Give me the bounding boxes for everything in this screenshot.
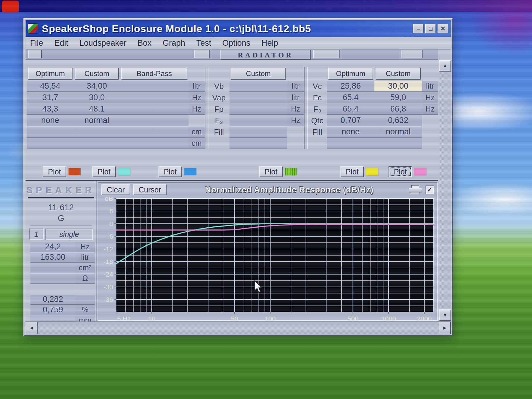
maximize-button[interactable]: □ <box>425 24 436 33</box>
clear-button[interactable]: Clear <box>101 184 130 195</box>
radiator-label: RADIATOR <box>238 51 293 59</box>
right-optimum-fc: 65,4 <box>327 92 374 103</box>
left-empty-cell <box>74 126 120 138</box>
speaker-mode[interactable]: single <box>45 229 93 240</box>
left-custom-fb[interactable]: 30,0 <box>74 92 120 103</box>
label-vap: Vap <box>208 92 229 103</box>
menu-options[interactable]: Options <box>218 38 255 48</box>
speaker-variant: G <box>30 213 92 224</box>
speaker-data-grid: 24,2 Hz 163,00 litr cm² Ω 0,282 0,759 % … <box>30 242 94 334</box>
speaker-fs-value: 24,2 <box>30 242 75 252</box>
speaker-model-box: 11-612 G <box>30 201 92 226</box>
left-optimum-vb: 45,54 <box>27 81 74 92</box>
plot-color-right-optimum <box>366 168 378 175</box>
divider <box>28 197 94 198</box>
mid-unit: litr <box>287 92 304 103</box>
left-custom-fill[interactable]: normal <box>74 115 120 126</box>
plot-button-left-optimum[interactable]: Plot <box>43 166 66 177</box>
right-custom-f3[interactable]: 66,8 <box>374 103 422 115</box>
optimum-button-right[interactable]: Optimum <box>328 68 373 80</box>
right-unit: Hz <box>422 92 438 103</box>
left-custom-vb[interactable]: 34,00 <box>74 81 120 92</box>
plot-button-left-custom[interactable]: Plot <box>92 166 116 177</box>
svg-text:-36: -36 <box>103 296 113 303</box>
right-optimum-fill: none <box>327 126 374 138</box>
mid-custom-fp[interactable] <box>229 103 287 115</box>
right-unit: Hz <box>422 103 438 115</box>
box-parameter-table: Optimum Custom Band-Pass 45,54 34,00 lit… <box>27 67 438 149</box>
right-optimum-vc: 25,86 <box>327 81 374 92</box>
left-unit-blank <box>189 115 205 126</box>
speaker-panel: SPEAKER 11-612 G 1 single 24,2 Hz 163,00… <box>26 181 97 321</box>
menu-help[interactable]: Help <box>257 38 283 48</box>
plot-color-middle-custom <box>285 168 297 175</box>
panel-divider <box>26 180 438 181</box>
cursor-button[interactable]: Cursor <box>133 184 167 195</box>
menu-edit[interactable]: Edit <box>50 38 73 48</box>
speaker-vas-value: 163,00 <box>30 252 75 263</box>
speaker-qes-value: 0,282 <box>30 294 75 305</box>
right-custom-vc[interactable]: 30,00 <box>374 81 422 92</box>
label-fc: Fc <box>308 92 327 103</box>
scroll-up-icon[interactable]: ▲ <box>439 60 451 72</box>
left-custom-f3[interactable]: 48,1 <box>74 103 120 115</box>
plot-group-left-custom: Plot <box>92 166 130 178</box>
graph-enable-checkbox[interactable]: ✓ <box>426 186 434 194</box>
custom-button-right[interactable]: Custom <box>376 68 421 80</box>
plot-button-middle-custom[interactable]: Plot <box>259 166 283 177</box>
scroll-down-icon[interactable]: ▼ <box>439 309 451 321</box>
speaker-count[interactable]: 1 <box>29 229 44 240</box>
close-button[interactable]: ✕ <box>438 24 448 33</box>
label-fp: Fp <box>208 103 229 115</box>
mid-custom-vap[interactable] <box>229 92 287 103</box>
mid-custom-fill[interactable] <box>229 126 287 138</box>
minimize-button[interactable]: – <box>413 24 424 33</box>
mid-custom-vb[interactable] <box>229 81 287 92</box>
scroll-right-icon[interactable]: ► <box>439 322 451 334</box>
left-bandpass-cell <box>120 103 189 115</box>
svg-text:dB: dB <box>105 197 113 202</box>
amplitude-response-chart[interactable]: 5 Hz105010050010002000dB60-6-12-18-24-30… <box>100 197 435 319</box>
plot-color-left-optimum <box>69 168 81 175</box>
right-custom-fc[interactable]: 59,0 <box>374 92 422 103</box>
optimum-button-left[interactable]: Optimum <box>28 68 72 80</box>
scrolled-header-strip: RADIATOR <box>26 50 438 60</box>
left-bandpass-cell <box>120 81 189 92</box>
bandpass-button[interactable]: Band-Pass <box>121 68 187 80</box>
custom-button-middle[interactable]: Custom <box>231 68 286 80</box>
mid-unit: Hz <box>287 103 304 115</box>
plot-button-right-custom[interactable]: Plot <box>389 166 412 177</box>
menu-box[interactable]: Box <box>133 38 156 48</box>
scroll-left-icon[interactable]: ◄ <box>26 322 38 334</box>
mid-custom-f3[interactable] <box>229 115 287 126</box>
clipped-widget <box>194 50 210 58</box>
plot-button-right-optimum[interactable]: Plot <box>340 166 364 177</box>
menu-graph[interactable]: Graph <box>158 38 190 48</box>
vertical-scrollbar[interactable]: ▲ ▼ <box>439 60 451 321</box>
box-group-left: Optimum Custom Band-Pass 45,54 34,00 lit… <box>27 67 205 149</box>
printer-icon[interactable] <box>409 185 422 194</box>
mouse-cursor <box>254 280 264 295</box>
left-empty-cell <box>120 138 189 149</box>
right-optimum-f3: 65,4 <box>327 103 374 115</box>
box-group-middle: Custom Vb litr Vap litr Fp Hz F₃ Hz Fill <box>208 67 304 149</box>
plot-button-bandpass[interactable]: Plot <box>158 166 182 177</box>
menu-loudspeaker[interactable]: Loudspeaker <box>75 38 131 48</box>
menu-file[interactable]: File <box>26 38 48 48</box>
right-custom-fill[interactable]: normal <box>374 126 422 138</box>
left-empty-cell <box>120 126 189 138</box>
right-custom-qtc[interactable]: 0,632 <box>374 115 422 126</box>
left-optimum-f3: 43,3 <box>27 103 74 115</box>
box-group-right: Optimum Custom Vc 25,86 30,00 litr Fc 65… <box>308 67 438 149</box>
speaker-eff-value: 0,759 <box>30 305 75 315</box>
clipped-widget <box>28 50 42 58</box>
left-unit: Hz <box>189 92 205 103</box>
graph-panel: Clear Cursor Normalized Amplitude Respon… <box>98 182 438 321</box>
left-empty-cell <box>27 138 74 149</box>
app-window: SpeakerShop Enclosure Module 1.0 - c:\jb… <box>23 18 453 336</box>
photo-artifact <box>2 1 19 13</box>
custom-button-left[interactable]: Custom <box>75 68 119 80</box>
right-optimum-qtc: 0,707 <box>327 115 374 126</box>
horizontal-scrollbar[interactable]: ◄ ► <box>26 321 451 334</box>
menu-test[interactable]: Test <box>192 38 216 48</box>
